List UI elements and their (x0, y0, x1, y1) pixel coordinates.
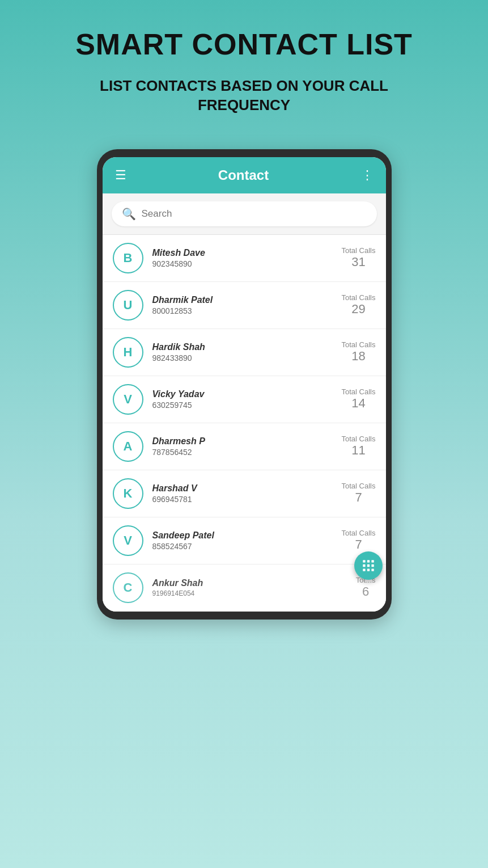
call-info-1: Total Calls 29 (342, 293, 376, 317)
page-title: SMART CONTACT LIST (75, 28, 413, 61)
call-label-4: Total Calls (342, 435, 376, 443)
svg-rect-3 (363, 564, 365, 567)
contact-info-7: Ankur Shah 9196914E054 (152, 578, 347, 597)
contact-item-5[interactable]: K Harshad V 696945781 Total Calls 7 (103, 470, 386, 517)
call-info-5: Total Calls 7 (342, 482, 376, 505)
contact-info-0: Mitesh Dave 902345890 (152, 248, 333, 268)
call-info-3: Total Calls 14 (342, 387, 376, 411)
contact-name-0: Mitesh Dave (152, 248, 333, 258)
avatar-1: U (113, 290, 143, 321)
contact-info-5: Harshad V 696945781 (152, 483, 333, 504)
phone-screen: ☰ Contact ⋮ 🔍 B Mitesh Dave 902345890 (103, 157, 386, 612)
contact-phone-7: 9196914E054 (152, 589, 347, 597)
search-input[interactable] (142, 208, 367, 220)
contact-phone-4: 787856452 (152, 448, 333, 457)
contact-info-4: Dharmesh P 787856452 (152, 436, 333, 457)
contact-item-1[interactable]: U Dharmik Patel 800012853 Total Calls 29 (103, 282, 386, 329)
contact-item-2[interactable]: H Hardik Shah 982433890 Total Calls 18 (103, 329, 386, 376)
call-label-6: Total Calls (342, 529, 376, 537)
contact-name-3: Vicky Yadav (152, 389, 333, 399)
svg-rect-2 (371, 560, 374, 562)
search-bar-wrapper: 🔍 (103, 193, 386, 235)
hamburger-icon[interactable]: ☰ (115, 168, 126, 183)
contact-phone-6: 858524567 (152, 542, 333, 551)
search-bar[interactable]: 🔍 (112, 201, 377, 226)
avatar-0: B (113, 243, 143, 273)
call-count-6: 7 (342, 537, 376, 552)
contact-name-6: Sandeep Patel (152, 530, 333, 541)
contact-list: B Mitesh Dave 902345890 Total Calls 31 U… (103, 235, 386, 612)
call-label-2: Total Calls (342, 340, 376, 349)
call-count-5: 7 (342, 490, 376, 505)
contact-info-2: Hardik Shah 982433890 (152, 342, 333, 363)
call-count-3: 14 (342, 396, 376, 411)
phone-device: ☰ Contact ⋮ 🔍 B Mitesh Dave 902345890 (97, 149, 392, 620)
contact-list-wrapper: B Mitesh Dave 902345890 Total Calls 31 U… (103, 235, 386, 612)
contact-phone-0: 902345890 (152, 259, 333, 268)
app-bar: ☰ Contact ⋮ (103, 157, 386, 193)
fab-button[interactable] (354, 551, 383, 580)
contact-phone-5: 696945781 (152, 495, 333, 504)
contact-name-7: Ankur Shah (152, 578, 347, 588)
contact-info-6: Sandeep Patel 858524567 (152, 530, 333, 551)
contact-phone-3: 630259745 (152, 401, 333, 410)
avatar-7: C (113, 572, 143, 603)
svg-rect-5 (371, 564, 374, 567)
avatar-6: V (113, 525, 143, 556)
svg-rect-8 (371, 568, 374, 571)
call-count-0: 31 (342, 255, 376, 269)
svg-rect-1 (367, 560, 369, 562)
app-bar-title: Contact (218, 167, 269, 183)
call-count-1: 29 (342, 302, 376, 317)
contact-item-0[interactable]: B Mitesh Dave 902345890 Total Calls 31 (103, 235, 386, 282)
contact-name-1: Dharmik Patel (152, 295, 333, 305)
search-icon: 🔍 (122, 207, 136, 221)
call-info-4: Total Calls 11 (342, 435, 376, 458)
call-label-0: Total Calls (342, 246, 376, 255)
avatar-3: V (113, 384, 143, 415)
svg-rect-7 (367, 568, 369, 571)
call-count-7: 6 (356, 584, 376, 599)
contact-item-3[interactable]: V Vicky Yadav 630259745 Total Calls 14 (103, 376, 386, 423)
page-subtitle: LIST CONTACTS BASED ON YOUR CALL FREQUEN… (91, 77, 397, 115)
call-count-2: 18 (342, 349, 376, 364)
contact-item-6[interactable]: V Sandeep Patel 858524567 Total Calls 7 (103, 517, 386, 564)
contact-name-4: Dharmesh P (152, 436, 333, 446)
contact-item-4[interactable]: A Dharmesh P 787856452 Total Calls 11 (103, 423, 386, 470)
contact-item-7[interactable]: C Ankur Shah 9196914E054 Tot...s 6 (103, 564, 386, 612)
grid-icon (361, 558, 376, 573)
call-label-3: Total Calls (342, 387, 376, 396)
contact-phone-2: 982433890 (152, 353, 333, 363)
svg-rect-0 (363, 560, 365, 562)
avatar-5: K (113, 478, 143, 509)
avatar-4: A (113, 431, 143, 462)
svg-rect-6 (363, 568, 365, 571)
contact-info-1: Dharmik Patel 800012853 (152, 295, 333, 315)
call-info-0: Total Calls 31 (342, 246, 376, 269)
avatar-2: H (113, 337, 143, 368)
call-info-6: Total Calls 7 (342, 529, 376, 552)
call-label-5: Total Calls (342, 482, 376, 490)
contact-info-3: Vicky Yadav 630259745 (152, 389, 333, 410)
call-count-4: 11 (342, 443, 376, 458)
call-label-1: Total Calls (342, 293, 376, 302)
contact-name-5: Harshad V (152, 483, 333, 494)
more-icon[interactable]: ⋮ (361, 168, 374, 183)
contact-phone-1: 800012853 (152, 306, 333, 315)
contact-name-2: Hardik Shah (152, 342, 333, 352)
call-info-2: Total Calls 18 (342, 340, 376, 364)
svg-rect-4 (367, 564, 369, 567)
